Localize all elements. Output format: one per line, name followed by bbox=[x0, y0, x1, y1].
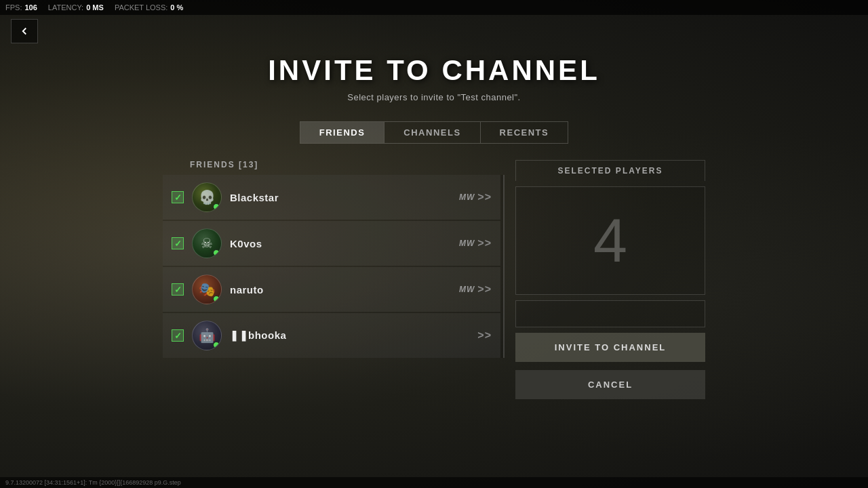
arrow-icon: >> bbox=[477, 329, 492, 342]
packet-loss-stat: PACKET LOSS: 0 % bbox=[115, 3, 183, 12]
avatar: 🎭 bbox=[192, 274, 222, 304]
latency-label: LATENCY: bbox=[48, 3, 83, 12]
back-arrow-icon bbox=[18, 25, 31, 37]
latency-stat: LATENCY: 0 MS bbox=[48, 3, 104, 12]
game-label: MW bbox=[459, 192, 475, 202]
online-indicator bbox=[213, 249, 220, 256]
arrow-icon: >> bbox=[477, 237, 492, 249]
friend-checkbox-naruto[interactable]: ✓ bbox=[172, 283, 184, 296]
selected-empty-box bbox=[515, 300, 705, 327]
friend-name: K0vos bbox=[230, 238, 451, 249]
game-label: MW bbox=[459, 239, 475, 248]
online-indicator bbox=[213, 342, 220, 348]
back-button[interactable] bbox=[11, 19, 38, 43]
tab-channels[interactable]: CHANNELS bbox=[384, 122, 479, 143]
friend-checkbox-blackstar[interactable]: ✓ bbox=[172, 191, 184, 203]
list-item[interactable]: ✓ ☠ K0vos MW >> bbox=[163, 221, 500, 266]
page-title: INVITE TO CHANNEL bbox=[268, 54, 600, 87]
checkmark-icon: ✓ bbox=[174, 239, 182, 249]
game-badge: MW >> bbox=[459, 191, 492, 203]
friend-name: ❚❚bhooka bbox=[230, 329, 469, 342]
friend-checkbox-bhooka[interactable]: ✓ bbox=[172, 329, 184, 342]
fps-stat: FPS: 106 bbox=[5, 3, 37, 12]
friends-list: ✓ 💀 Blackstar MW >> ✓ bbox=[163, 175, 505, 358]
topbar: FPS: 106 LATENCY: 0 MS PACKET LOSS: 0 % bbox=[0, 0, 868, 15]
avatar-decoration: 💀 bbox=[199, 189, 216, 205]
selected-count-box: 4 bbox=[515, 186, 705, 295]
avatar-decoration: 🤖 bbox=[199, 327, 216, 344]
avatar-decoration: 🎭 bbox=[199, 281, 216, 298]
selected-panel: SELECTED PLAYERS 4 INVITE TO CHANNEL CAN… bbox=[515, 160, 705, 399]
game-badge: MW >> bbox=[459, 283, 492, 296]
list-item[interactable]: ✓ 🎭 naruto MW >> bbox=[163, 267, 500, 312]
friend-checkbox-kovos[interactable]: ✓ bbox=[172, 237, 184, 249]
content-area: FRIENDS [13] ✓ 💀 Blackstar MW >> bbox=[163, 160, 705, 399]
friends-panel: FRIENDS [13] ✓ 💀 Blackstar MW >> bbox=[163, 160, 505, 399]
friend-name: naruto bbox=[230, 284, 451, 296]
page-subtitle: Select players to invite to "Test channe… bbox=[347, 92, 520, 102]
fps-label: FPS: bbox=[5, 3, 22, 12]
arrow-icon: >> bbox=[477, 283, 492, 296]
friend-name: Blackstar bbox=[230, 192, 451, 203]
online-indicator bbox=[213, 296, 220, 302]
online-indicator bbox=[213, 203, 220, 210]
checkmark-icon: ✓ bbox=[174, 285, 182, 295]
tab-bar: FRIENDS CHANNELS RECENTS bbox=[300, 121, 568, 144]
list-item[interactable]: ✓ 💀 Blackstar MW >> bbox=[163, 175, 500, 220]
selected-count: 4 bbox=[593, 210, 627, 271]
fps-value: 106 bbox=[24, 3, 37, 12]
arrow-icon: >> bbox=[477, 191, 492, 203]
avatar: 🤖 bbox=[192, 321, 222, 350]
tab-recents[interactable]: RECENTS bbox=[480, 122, 568, 143]
game-badge: MW >> bbox=[459, 237, 492, 249]
cancel-button[interactable]: CANCEL bbox=[515, 370, 705, 399]
game-label: MW bbox=[459, 285, 475, 294]
avatar: ☠ bbox=[192, 228, 222, 258]
debug-text: 9.7.13200072 [34:31:1561+1]: Tm {2000}[]… bbox=[5, 479, 181, 486]
avatar-decoration: ☠ bbox=[201, 235, 213, 251]
tab-friends[interactable]: FRIENDS bbox=[300, 122, 384, 143]
latency-value: 0 MS bbox=[86, 3, 104, 12]
invite-to-channel-button[interactable]: INVITE TO CHANNEL bbox=[515, 333, 705, 362]
packet-loss-value: 0 % bbox=[170, 3, 183, 12]
debug-bar: 9.7.13200072 [34:31:1561+1]: Tm {2000}[]… bbox=[0, 477, 868, 488]
checkmark-icon: ✓ bbox=[174, 331, 182, 341]
list-item[interactable]: ✓ 🤖 ❚❚bhooka >> bbox=[163, 313, 500, 358]
packet-loss-label: PACKET LOSS: bbox=[115, 3, 167, 12]
selected-players-header: SELECTED PLAYERS bbox=[515, 160, 705, 181]
checkmark-icon: ✓ bbox=[174, 192, 182, 203]
game-badge: >> bbox=[477, 329, 492, 342]
main-content: INVITE TO CHANNEL Select players to invi… bbox=[0, 0, 868, 488]
friends-header: FRIENDS [13] bbox=[163, 160, 505, 169]
avatar: 💀 bbox=[192, 182, 222, 212]
